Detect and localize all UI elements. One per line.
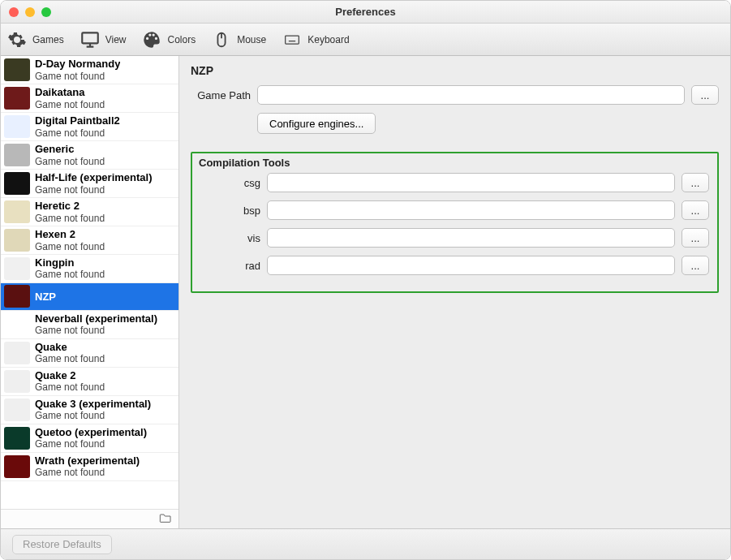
toolbar-mouse-label: Mouse: [237, 34, 266, 45]
game-icon: [4, 342, 30, 364]
game-name: Daikatana: [35, 86, 105, 99]
game-name: Heretic 2: [35, 200, 105, 213]
game-status: Game not found: [35, 241, 105, 252]
game-status: Game not found: [35, 99, 105, 110]
game-icon: [4, 370, 30, 393]
game-status: Game not found: [35, 127, 120, 139]
game-icon: [4, 427, 30, 450]
game-list[interactable]: D-Day NormandyGame not foundDaikatanaGam…: [1, 56, 178, 509]
game-name: Wrath (experimental): [35, 454, 140, 467]
toolbar-colors[interactable]: Colors: [140, 28, 196, 51]
game-path-label: Game Path: [191, 89, 251, 101]
game-icon: [4, 455, 30, 478]
compilation-tools-heading: Compilation Tools: [199, 157, 290, 169]
bsp-browse-button[interactable]: ...: [682, 200, 709, 220]
game-item[interactable]: Digital Paintball2Game not found: [1, 113, 178, 141]
game-status: Game not found: [35, 325, 157, 336]
bottom-bar: Restore Defaults: [1, 528, 730, 559]
toolbar-keyboard[interactable]: Keyboard: [281, 28, 349, 51]
game-item[interactable]: QuakeGame not found: [1, 339, 178, 368]
minimize-window-button[interactable]: [25, 7, 35, 17]
game-name: Neverball (experimental): [35, 312, 157, 325]
game-name: Hexen 2: [35, 228, 105, 241]
game-item[interactable]: Quetoo (experimental)Game not found: [1, 424, 178, 453]
game-item[interactable]: Wrath (experimental)Game not found: [1, 453, 178, 481]
game-icon: [4, 200, 30, 223]
monitor-icon: [79, 28, 101, 51]
game-name: Generic: [35, 143, 105, 156]
game-name: Quake 2: [35, 369, 105, 382]
game-icon: [4, 115, 30, 138]
main-heading: NZP: [191, 64, 719, 77]
csg-label: csg: [200, 177, 260, 189]
zoom-window-button[interactable]: [41, 7, 51, 17]
game-name: NZP: [35, 291, 56, 304]
folder-icon[interactable]: [159, 512, 172, 526]
game-status: Game not found: [35, 467, 140, 478]
sidebar-footer: [1, 509, 178, 528]
svg-rect-5: [286, 36, 299, 44]
game-item[interactable]: Heretic 2Game not found: [1, 198, 178, 226]
palette-icon: [140, 28, 163, 51]
game-item[interactable]: Quake 2Game not found: [1, 368, 178, 396]
game-item[interactable]: D-Day NormandyGame not found: [1, 56, 178, 84]
toolbar-view-label: View: [105, 34, 127, 45]
toolbar: Games View Colors Mouse Keyboard: [1, 24, 730, 56]
configure-engines-button[interactable]: Configure engines...: [257, 113, 376, 134]
game-icon: [4, 285, 30, 308]
game-name: D-Day Normandy: [35, 58, 120, 71]
game-icon: [4, 172, 30, 195]
bsp-label: bsp: [200, 205, 260, 217]
game-item[interactable]: GenericGame not found: [1, 141, 178, 170]
game-item[interactable]: Half-Life (experimental)Game not found: [1, 170, 178, 198]
rad-input[interactable]: [267, 256, 675, 275]
game-item[interactable]: Hexen 2Game not found: [1, 226, 178, 255]
game-status: Game not found: [35, 184, 152, 196]
game-icon: [4, 87, 30, 110]
compilation-tools-group: Compilation Tools csg ... bsp ... vis ..…: [191, 152, 719, 293]
game-name: Quake 3 (experimental): [35, 398, 151, 411]
toolbar-colors-label: Colors: [167, 34, 196, 45]
csg-browse-button[interactable]: ...: [682, 173, 709, 192]
game-name: Quetoo (experimental): [35, 426, 147, 439]
titlebar: Preferences: [1, 1, 730, 24]
game-path-input[interactable]: [257, 85, 685, 105]
csg-input[interactable]: [267, 173, 675, 192]
vis-label: vis: [200, 232, 260, 244]
toolbar-games[interactable]: Games: [6, 28, 64, 51]
game-status: Game not found: [35, 71, 120, 82]
game-name: Kingpin: [35, 256, 105, 269]
toolbar-games-label: Games: [32, 34, 64, 45]
game-icon: [4, 257, 30, 280]
game-icon: [4, 229, 30, 252]
game-name: Quake: [35, 341, 105, 354]
bsp-input[interactable]: [267, 200, 675, 220]
game-item[interactable]: DaikatanaGame not found: [1, 84, 178, 113]
vis-input[interactable]: [267, 228, 675, 248]
toolbar-view[interactable]: View: [79, 28, 127, 51]
game-name: Half-Life (experimental): [35, 171, 152, 184]
close-window-button[interactable]: [9, 7, 19, 17]
game-path-browse-button[interactable]: ...: [691, 85, 719, 105]
game-status: Game not found: [35, 156, 105, 167]
window-title: Preferences: [1, 6, 730, 18]
game-icon: [4, 58, 30, 81]
rad-browse-button[interactable]: ...: [682, 256, 709, 275]
game-status: Game not found: [35, 213, 105, 224]
game-status: Game not found: [35, 353, 105, 364]
game-status: Game not found: [35, 438, 147, 450]
game-item[interactable]: Quake 3 (experimental)Game not found: [1, 396, 178, 424]
main-panel: NZP Game Path ... Configure engines... C…: [179, 56, 730, 528]
game-icon: [4, 144, 30, 166]
rad-label: rad: [200, 260, 260, 272]
game-item[interactable]: NZP: [1, 283, 178, 311]
game-item[interactable]: Neverball (experimental)Game not found: [1, 311, 178, 339]
restore-defaults-button[interactable]: Restore Defaults: [12, 535, 112, 554]
sidebar: D-Day NormandyGame not foundDaikatanaGam…: [1, 56, 179, 528]
game-icon: [4, 398, 30, 421]
game-item[interactable]: KingpinGame not found: [1, 255, 178, 283]
toolbar-keyboard-label: Keyboard: [307, 34, 349, 45]
vis-browse-button[interactable]: ...: [682, 228, 709, 248]
game-status: Game not found: [35, 381, 105, 393]
toolbar-mouse[interactable]: Mouse: [210, 28, 266, 51]
